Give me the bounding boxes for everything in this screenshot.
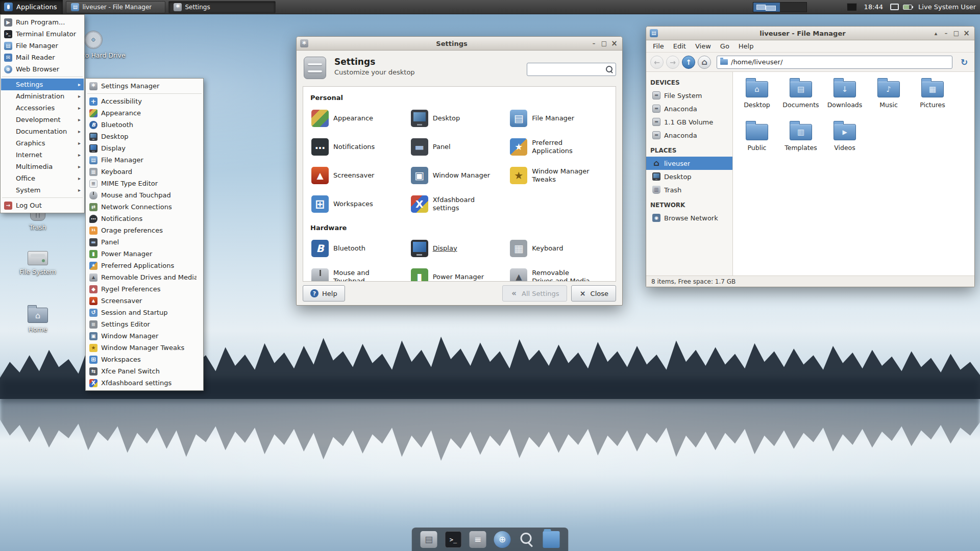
settings-tile[interactable]: Power Manager xyxy=(410,265,509,282)
applications-menu-item[interactable]: Accessories ▸ xyxy=(1,102,84,114)
settings-submenu-item[interactable]: Settings Manager xyxy=(86,80,203,92)
menu-bar-item[interactable]: Help xyxy=(734,41,758,52)
settings-tile[interactable]: Desktop xyxy=(410,107,509,130)
refresh-button[interactable] xyxy=(958,56,970,69)
settings-tile[interactable]: File Manager xyxy=(509,107,608,130)
settings-submenu-item[interactable]: MIME Type Editor xyxy=(86,178,203,189)
settings-tile[interactable]: Window Manager Tweaks xyxy=(509,164,608,187)
settings-submenu-item[interactable]: Panel xyxy=(86,236,203,248)
settings-tile[interactable]: Preferred Applications xyxy=(509,135,608,159)
sidebar-item[interactable]: Anaconda xyxy=(646,102,732,115)
menu-bar-item[interactable]: Edit xyxy=(669,41,691,52)
applications-menu-item[interactable] xyxy=(1,196,84,199)
tray-icon[interactable] xyxy=(847,3,857,11)
menu-bar-item[interactable]: View xyxy=(691,41,716,52)
applications-menu-button[interactable]: Applications xyxy=(0,0,63,14)
display-status-icon[interactable] xyxy=(890,4,899,10)
maximize-icon[interactable] xyxy=(600,39,608,48)
settings-tile[interactable]: Screensaver xyxy=(310,164,410,187)
settings-submenu-item[interactable]: Screensaver xyxy=(86,295,203,307)
sidebar-item[interactable]: Desktop xyxy=(646,170,732,183)
settings-submenu-item[interactable]: Window Manager Tweaks xyxy=(86,342,203,354)
dock-launcher-web-browser[interactable] xyxy=(494,531,511,548)
settings-tile[interactable]: Appearance xyxy=(310,107,410,130)
applications-menu-item[interactable]: Run Program... xyxy=(1,16,84,28)
close-button[interactable]: Close xyxy=(571,285,616,302)
applications-menu-item[interactable]: Web Browser xyxy=(1,63,84,75)
settings-tile[interactable]: Workspaces xyxy=(310,192,410,216)
close-icon[interactable] xyxy=(962,29,971,38)
menu-bar-item[interactable]: Go xyxy=(716,41,734,52)
settings-submenu-item[interactable]: Window Manager xyxy=(86,330,203,342)
applications-menu-item[interactable]: Graphics ▸ xyxy=(1,137,84,149)
applications-menu-item[interactable]: Multimedia ▸ xyxy=(1,161,84,172)
search-input[interactable] xyxy=(531,66,605,73)
settings-tile[interactable]: Display xyxy=(410,237,509,260)
settings-submenu-item[interactable]: Orage preferences xyxy=(86,224,203,236)
sidebar-item[interactable]: Browse Network xyxy=(646,211,732,224)
maximize-icon[interactable] xyxy=(952,29,961,38)
settings-submenu-item[interactable]: Settings Editor xyxy=(86,318,203,330)
settings-submenu-item[interactable]: File Manager xyxy=(86,154,203,166)
settings-submenu-item[interactable]: Keyboard xyxy=(86,166,203,178)
settings-tile[interactable]: Removable Drives and Media xyxy=(509,265,608,282)
workspace-1[interactable] xyxy=(753,3,780,12)
settings-submenu-item[interactable]: Xfce Panel Switch xyxy=(86,365,203,377)
path-input[interactable] xyxy=(731,58,949,66)
folder-item[interactable]: Desktop xyxy=(736,78,778,121)
settings-tile[interactable]: Xfdashboard settings xyxy=(410,192,509,216)
settings-submenu-item[interactable]: Notifications xyxy=(86,213,203,224)
taskbar-window-file-manager[interactable]: liveuser - File Manager xyxy=(66,1,165,13)
settings-submenu-item[interactable] xyxy=(86,92,203,95)
settings-submenu-item[interactable]: Display xyxy=(86,142,203,154)
applications-menu-item[interactable]: Terminal Emulator xyxy=(1,28,84,40)
applications-menu-item[interactable]: File Manager xyxy=(1,40,84,52)
sidebar-item[interactable]: liveuser xyxy=(646,157,732,170)
desktop-icon-file-system[interactable]: File System xyxy=(14,247,61,276)
file-manager-titlebar[interactable]: liveuser - File Manager xyxy=(646,27,974,40)
battery-status-icon[interactable] xyxy=(903,5,912,10)
clock[interactable]: 18:44 xyxy=(864,3,883,11)
folder-item[interactable]: Documents xyxy=(779,78,822,121)
settings-submenu-item[interactable]: Power Manager xyxy=(86,248,203,260)
minimize-icon[interactable] xyxy=(942,29,950,38)
search-icon[interactable] xyxy=(605,65,614,73)
home-button[interactable] xyxy=(698,56,711,69)
sidebar-item[interactable]: File System xyxy=(646,89,732,102)
up-button[interactable] xyxy=(682,56,695,69)
settings-tile[interactable]: Keyboard xyxy=(509,237,608,260)
applications-menu-item[interactable]: Settings ▸ xyxy=(1,79,84,90)
applications-menu-item[interactable]: Log Out xyxy=(1,199,84,211)
back-button[interactable] xyxy=(650,56,664,69)
help-button[interactable]: Help xyxy=(303,285,345,302)
settings-submenu-item[interactable]: Desktop xyxy=(86,131,203,142)
settings-tile[interactable]: Panel xyxy=(410,135,509,159)
settings-submenu-item[interactable]: Appearance xyxy=(86,107,203,119)
folder-item[interactable]: Music xyxy=(867,78,910,121)
settings-submenu-item[interactable]: Session and Startup xyxy=(86,307,203,318)
applications-menu-item[interactable] xyxy=(1,75,84,79)
desktop-icon-home[interactable]: Home xyxy=(18,304,57,334)
dock-launcher-file-manager[interactable] xyxy=(421,531,437,548)
forward-button[interactable] xyxy=(666,56,679,69)
settings-submenu-item[interactable]: Preferred Applications xyxy=(86,260,203,271)
settings-submenu-item[interactable]: Accessibility xyxy=(86,95,203,107)
applications-menu-item[interactable]: System ▸ xyxy=(1,184,84,196)
settings-submenu-item[interactable]: Bluetooth xyxy=(86,119,203,131)
dock-launcher-terminal[interactable] xyxy=(445,531,462,548)
sidebar-item[interactable]: Trash xyxy=(646,183,732,196)
minimize-icon[interactable] xyxy=(590,39,598,48)
settings-tile[interactable]: Bluetooth xyxy=(310,237,410,260)
applications-menu-item[interactable]: Documentation ▸ xyxy=(1,126,84,137)
settings-tile[interactable]: Notifications xyxy=(310,135,410,159)
settings-submenu-item[interactable]: Mouse and Touchpad xyxy=(86,189,203,201)
folder-item[interactable]: Pictures xyxy=(911,78,954,121)
workspace-2[interactable] xyxy=(780,3,806,12)
workspace-switcher[interactable] xyxy=(753,2,807,12)
applications-menu-item[interactable]: Internet ▸ xyxy=(1,149,84,161)
applications-menu-item[interactable]: Administration ▸ xyxy=(1,90,84,102)
settings-submenu-item[interactable]: Rygel Preferences xyxy=(86,283,203,295)
applications-menu-item[interactable]: Development ▸ xyxy=(1,114,84,126)
menu-bar-item[interactable]: File xyxy=(648,41,669,52)
settings-window-titlebar[interactable]: Settings xyxy=(297,37,622,51)
